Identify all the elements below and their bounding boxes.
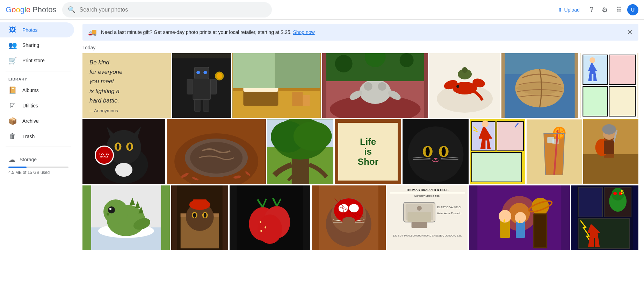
header-actions: ⬆ Upload ? ⚙ ⠿ U (554, 3, 639, 17)
photo-item[interactable]: 5 (571, 185, 638, 250)
storage-bar (8, 167, 68, 168)
sidebar-item-albums[interactable]: 📔 Albums (0, 83, 74, 98)
photo-item[interactable] (583, 119, 638, 184)
sidebar-item-photos[interactable]: 🖼 Photos (0, 22, 74, 37)
sidebar-item-utilities[interactable]: ☑ Utilities (0, 98, 74, 113)
help-icon: ? (589, 6, 593, 14)
storage-usage-text: 4.5 MB of 15 GB used (8, 170, 68, 175)
apps-button[interactable]: ⠿ (614, 3, 624, 17)
search-input[interactable] (80, 7, 266, 13)
photo-item[interactable] (232, 53, 321, 118)
photo-item[interactable] (580, 53, 639, 118)
storage-label: ☁ Storage (8, 155, 68, 164)
banner-text: Need a last minute gift? Get same-day ph… (101, 29, 315, 35)
logo: Google Photos (6, 5, 57, 14)
photo-item[interactable] (172, 53, 231, 118)
sidebar-divider-2 (6, 147, 71, 147)
photo-row-1: Be kind,for everyoneyou meetis fighting … (82, 53, 638, 118)
photo-item[interactable] (469, 185, 570, 250)
photo-row-2: I VOTEDEARLY (82, 119, 638, 184)
app-body: 🖼 Photos 👥 Sharing 🛒 Print store LIBRARY… (0, 20, 644, 289)
photo-item[interactable] (171, 185, 228, 250)
app-name: Photos (32, 5, 57, 14)
gear-icon: ⚙ (602, 6, 608, 14)
banner-shop-link[interactable]: Shop now (293, 29, 314, 35)
main-content: 🚚 Need a last minute gift? Get same-day … (77, 20, 644, 289)
photo-item[interactable] (403, 119, 469, 184)
album-icon: 📔 (8, 86, 17, 94)
settings-button[interactable]: ⚙ (599, 3, 611, 17)
photo-item[interactable]: THOMAS CRAPPER & CO.'S Sanitary Speciali… (387, 185, 468, 250)
sidebar-item-archive[interactable]: 📦 Archive (0, 113, 74, 129)
truck-icon: 🚚 (88, 28, 97, 36)
sidebar: 🖼 Photos 👥 Sharing 🛒 Print store LIBRARY… (0, 20, 77, 289)
app-header: Google Photos 🔍 ⬆ Upload ? ⚙ ⠿ U (0, 0, 644, 20)
sidebar-item-trash[interactable]: 🗑 Trash (0, 129, 74, 144)
share-icon: 👥 (8, 41, 17, 49)
banner-close-button[interactable]: ✕ (627, 28, 633, 36)
trash-icon: 🗑 (8, 132, 17, 140)
photo-item[interactable] (527, 119, 582, 184)
upload-icon: ⬆ (558, 7, 562, 13)
library-section-label: LIBRARY (0, 74, 77, 83)
storage-bar-fill (8, 167, 27, 168)
photo-item[interactable]: LifeisShor (335, 119, 401, 184)
utilities-icon: ☑ (8, 101, 17, 110)
search-bar[interactable]: 🔍 (62, 2, 272, 17)
photo-item[interactable] (322, 53, 428, 118)
photo-item[interactable] (501, 53, 578, 118)
section-title-today: Today (82, 45, 638, 50)
photo-item[interactable] (82, 185, 170, 250)
photo-item[interactable]: Be kind,for everyoneyou meetis fighting … (82, 53, 171, 118)
photo-row-3: THOMAS CRAPPER & CO.'S Sanitary Speciali… (82, 185, 638, 250)
photo-item[interactable] (470, 119, 525, 184)
google-wordmark: Google (6, 5, 30, 14)
avatar[interactable]: U (627, 4, 638, 15)
apps-grid-icon: ⠿ (616, 6, 622, 14)
storage-section: ☁ Storage 4.5 MB of 15 GB used (0, 150, 77, 181)
photo-icon: 🖼 (8, 26, 17, 34)
photo-item[interactable] (312, 185, 386, 250)
cart-icon: 🛒 (8, 56, 17, 65)
archive-icon: 📦 (8, 117, 17, 125)
promo-banner: 🚚 Need a last minute gift? Get same-day … (82, 24, 638, 41)
photo-grid: Be kind,for everyoneyou meetis fighting … (82, 53, 638, 250)
search-icon: 🔍 (68, 6, 75, 14)
upload-button[interactable]: ⬆ Upload (554, 4, 584, 15)
cloud-icon: ☁ (8, 155, 15, 164)
photo-item[interactable] (267, 119, 333, 184)
help-button[interactable]: ? (587, 3, 596, 16)
sidebar-item-sharing[interactable]: 👥 Sharing (0, 37, 74, 53)
photo-item[interactable] (429, 53, 500, 118)
photo-item[interactable] (167, 119, 266, 184)
photo-item[interactable]: I VOTEDEARLY (82, 119, 165, 184)
sidebar-item-print-store[interactable]: 🛒 Print store (0, 53, 74, 68)
sidebar-divider (6, 71, 71, 71)
photo-item[interactable] (230, 185, 310, 250)
